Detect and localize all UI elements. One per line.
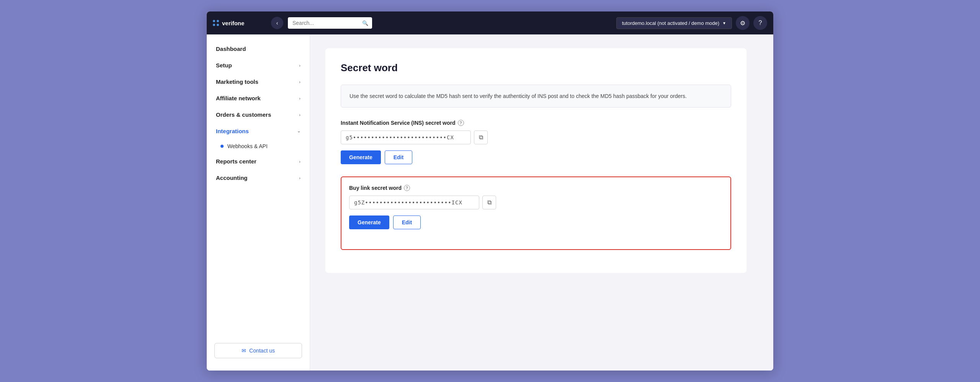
info-text: Use the secret word to calculate the MD5… <box>350 93 687 99</box>
active-dot-icon <box>220 145 224 148</box>
ins-input-row: ⧉ <box>341 131 731 144</box>
sidebar: Dashboard Setup › Marketing tools › Affi… <box>207 34 310 371</box>
copy-icon: ⧉ <box>487 199 492 206</box>
buy-link-edit-button[interactable]: Edit <box>393 215 421 229</box>
sidebar-item-label: Reports center <box>216 158 256 165</box>
buy-link-input-row: ⧉ <box>349 196 723 209</box>
domain-selector[interactable]: tutordemo.local (not activated / demo mo… <box>616 17 732 29</box>
sidebar-item-affiliate-network[interactable]: Affiliate network › <box>207 90 310 106</box>
ins-secret-input[interactable] <box>341 131 471 144</box>
contact-us-label: Contact us <box>249 348 275 354</box>
chevron-down-icon: › <box>299 176 301 180</box>
ins-edit-button[interactable]: Edit <box>385 150 412 164</box>
search-input[interactable] <box>288 17 372 29</box>
sidebar-item-marketing-tools[interactable]: Marketing tools › <box>207 73 310 90</box>
sidebar-item-label: Marketing tools <box>216 78 258 85</box>
copy-icon: ⧉ <box>479 134 483 141</box>
logo-text: verifone <box>222 20 244 26</box>
contact-us-button[interactable]: ✉ Contact us <box>214 343 302 358</box>
help-icon: ? <box>759 20 762 26</box>
back-button[interactable]: ‹ <box>271 17 283 29</box>
ins-section: Instant Notification Service (INS) secre… <box>341 120 731 164</box>
domain-label: tutordemo.local (not activated / demo mo… <box>622 20 719 26</box>
buy-link-btn-row: Generate Edit <box>349 215 723 229</box>
search-box: 🔍 <box>288 17 372 29</box>
ins-copy-button[interactable]: ⧉ <box>474 131 488 144</box>
content-area: Secret word Use the secret word to calcu… <box>310 34 773 371</box>
app-window: verifone ‹ 🔍 tutordemo.local (not activa… <box>207 11 773 371</box>
chevron-down-icon: › <box>299 96 301 101</box>
sidebar-sub-item-webhooks-api[interactable]: Webhooks & API <box>207 139 310 153</box>
main-layout: Dashboard Setup › Marketing tools › Affi… <box>207 34 773 371</box>
buy-link-copy-button[interactable]: ⧉ <box>482 196 496 209</box>
sidebar-item-label: Affiliate network <box>216 95 261 101</box>
sidebar-item-setup[interactable]: Setup › <box>207 57 310 73</box>
ins-generate-button[interactable]: Generate <box>341 150 381 164</box>
chevron-down-icon: › <box>299 63 301 68</box>
buy-link-section-label: Buy link secret word ? <box>349 185 723 191</box>
sidebar-item-label: Setup <box>216 62 232 69</box>
ins-help-icon[interactable]: ? <box>458 120 464 126</box>
top-navigation: verifone ‹ 🔍 tutordemo.local (not activa… <box>207 11 773 34</box>
sidebar-item-dashboard[interactable]: Dashboard <box>207 41 310 57</box>
ins-section-label: Instant Notification Service (INS) secre… <box>341 120 731 126</box>
buy-link-section: Buy link secret word ? ⧉ Generate Edit <box>341 176 731 250</box>
chevron-down-icon: › <box>299 113 301 117</box>
chevron-down-icon: ▼ <box>722 21 726 25</box>
sidebar-item-label: Dashboard <box>216 46 246 52</box>
info-box: Use the secret word to calculate the MD5… <box>341 85 731 108</box>
chevron-up-icon: ⌄ <box>297 129 301 134</box>
buy-link-secret-input[interactable] <box>349 196 479 209</box>
content-card: Secret word Use the secret word to calcu… <box>325 48 746 273</box>
logo-icon <box>213 20 219 26</box>
sidebar-item-integrations[interactable]: Integrations ⌄ <box>207 123 310 139</box>
settings-button[interactable]: ⚙ <box>736 16 750 30</box>
sidebar-item-orders-customers[interactable]: Orders & customers › <box>207 106 310 123</box>
sidebar-sub-item-label: Webhooks & API <box>227 143 268 149</box>
sidebar-item-label: Orders & customers <box>216 111 271 118</box>
ins-btn-row: Generate Edit <box>341 150 731 164</box>
sidebar-item-accounting[interactable]: Accounting › <box>207 170 310 186</box>
help-button[interactable]: ? <box>753 16 767 30</box>
chevron-down-icon: › <box>299 80 301 84</box>
logo-area: verifone <box>213 20 266 26</box>
sidebar-item-reports-center[interactable]: Reports center › <box>207 153 310 170</box>
sidebar-item-label: Integrations <box>216 128 249 134</box>
chevron-down-icon: › <box>299 159 301 164</box>
search-icon: 🔍 <box>362 20 368 26</box>
topnav-right: tutordemo.local (not activated / demo mo… <box>616 16 767 30</box>
buy-link-generate-button[interactable]: Generate <box>349 215 389 229</box>
email-icon: ✉ <box>242 348 246 354</box>
settings-icon: ⚙ <box>740 20 745 27</box>
sidebar-item-label: Accounting <box>216 175 248 181</box>
page-title: Secret word <box>341 62 731 74</box>
buy-link-help-icon[interactable]: ? <box>404 185 410 191</box>
